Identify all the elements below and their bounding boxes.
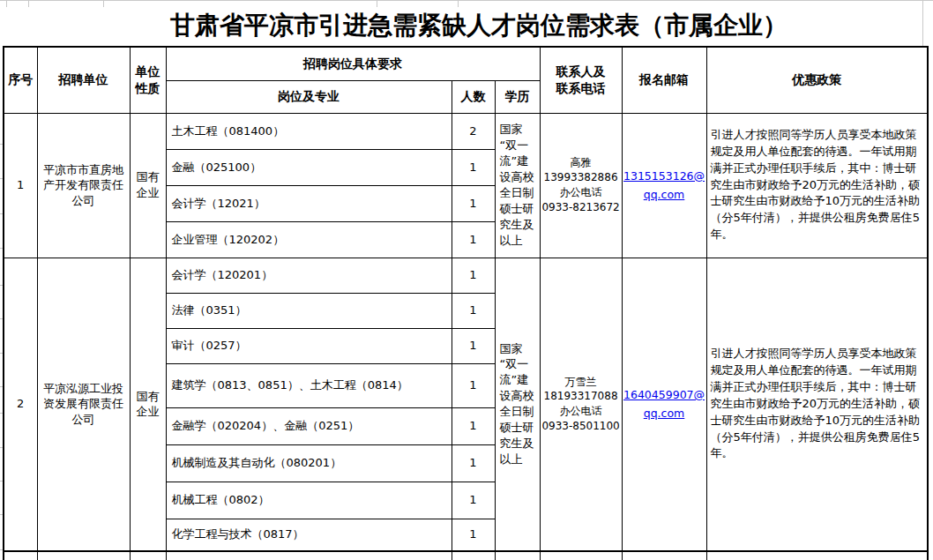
contact-name: 万雪兰 — [541, 375, 622, 390]
partial-row — [4, 551, 928, 560]
table-cell-empty — [495, 551, 540, 560]
col-header-unit: 招聘单位 — [37, 47, 130, 113]
degree-text: 国家“双一流”建设高校全日制硕士研究生及以上 — [500, 122, 535, 249]
sheet-gridline — [103, 0, 104, 7]
contact-office-phone: 0933-8213672 — [541, 200, 622, 215]
position-cell: 机械工程（0802） — [166, 482, 452, 519]
table-cell-empty — [4, 551, 37, 560]
position-row: 1 平凉市市直房地产开发有限责任公司 国有企业 土木工程（081400） 2 国… — [4, 113, 928, 149]
table-cell-empty — [130, 551, 166, 560]
headcount-cell: 1 — [452, 328, 495, 363]
position-cell: 会计学（12021） — [166, 185, 452, 221]
job-demand-table: 序号 招聘单位 单位性质 招聘岗位具体要求 联系人及联系电话 报名邮箱 优惠政策… — [3, 46, 929, 560]
policy-cell: 引进人才按照同等学历人员享受本地政策规定及用人单位配套的待遇。一年试用期满并正式… — [706, 113, 928, 258]
email-link[interactable]: 1640459907@qq.com — [623, 385, 705, 423]
col-header-contact-label: 联系人及联系电话 — [555, 63, 608, 97]
table-cell-empty — [706, 551, 928, 560]
sheet-gridline — [377, 0, 377, 7]
position-cell: 审计（0257） — [166, 328, 452, 363]
table-cell-empty — [37, 551, 130, 560]
headcount-cell: 1 — [452, 258, 495, 293]
col-header-policy: 优惠政策 — [706, 47, 928, 113]
headcount-cell: 1 — [452, 482, 495, 519]
headcount-cell: 1 — [452, 293, 495, 328]
contact-office-label: 办公电话 — [541, 185, 622, 200]
headcount-cell: 2 — [452, 113, 495, 149]
seq-cell: 1 — [4, 113, 37, 258]
sheet-gridline — [28, 0, 29, 7]
headcount-cell: 1 — [452, 363, 495, 407]
col-header-seq: 序号 — [4, 47, 37, 113]
sheet-gridline — [0, 0, 933, 1]
col-header-position: 岗位及专业 — [166, 80, 452, 113]
col-header-nature-label: 单位性质 — [135, 63, 161, 97]
contact-mobile: 18193317088 — [541, 389, 622, 404]
table-cell-empty — [622, 551, 706, 560]
unit-name: 平凉泓源工业投资发展有限责任公司 — [40, 381, 128, 428]
unit-cell: 平凉市市直房地产开发有限责任公司 — [37, 113, 130, 258]
degree-text: 国家“双一流”建设高校全日制硕士研究生及以上 — [500, 341, 535, 468]
headcount-cell: 1 — [452, 444, 495, 482]
headcount-cell: 1 — [452, 185, 495, 221]
header-row-1: 序号 招聘单位 单位性质 招聘岗位具体要求 联系人及联系电话 报名邮箱 优惠政策 — [4, 47, 928, 80]
contact-name: 高雅 — [541, 155, 622, 170]
col-header-nature: 单位性质 — [130, 47, 166, 113]
position-cell: 机械制造及其自动化（080201） — [166, 444, 452, 482]
headcount-cell: 1 — [452, 407, 495, 444]
degree-cell: 国家“双一流”建设高校全日制硕士研究生及以上 — [495, 113, 540, 258]
table-cell-empty — [166, 551, 452, 560]
headcount-cell: 1 — [452, 221, 495, 258]
col-header-requirements-group: 招聘岗位具体要求 — [166, 47, 540, 80]
position-cell: 法律（0351） — [166, 293, 452, 328]
sheet-gridline — [6, 0, 7, 7]
position-cell: 金融（025100） — [166, 149, 452, 185]
unit-cell: 平凉泓源工业投资发展有限责任公司 — [37, 258, 130, 551]
unit-name: 平凉市市直房地产开发有限责任公司 — [40, 162, 128, 209]
contact-office-label: 办公电话 — [541, 404, 622, 419]
headcount-cell: 1 — [452, 519, 495, 551]
col-header-contact: 联系人及联系电话 — [540, 47, 622, 113]
col-header-degree: 学历 — [495, 80, 540, 113]
email-cell: 1315153126@qq.com — [622, 113, 706, 258]
nature-cell: 国有企业 — [130, 113, 166, 258]
page-title: 甘肃省平凉市引进急需紧缺人才岗位需求表（市属企业） — [0, 7, 933, 46]
position-cell: 化学工程与技术（0817） — [166, 519, 452, 551]
position-cell: 土木工程（081400） — [166, 113, 452, 149]
position-cell: 企业管理（120202） — [166, 221, 452, 258]
contact-mobile: 13993382886 — [541, 170, 622, 185]
position-cell: 会计学（120201） — [166, 258, 452, 293]
contact-cell: 高雅 13993382886 办公电话 0933-8213672 — [540, 113, 622, 258]
col-header-email: 报名邮箱 — [622, 47, 706, 113]
nature-label: 国有企业 — [135, 389, 161, 420]
policy-cell: 引进人才按照同等学历人员享受本地政策规定及用人单位配套的待遇。一年试用期满并正式… — [706, 258, 928, 551]
position-cell: 建筑学（0813、0851）、土木工程（0814） — [166, 363, 452, 407]
email-link[interactable]: 1315153126@qq.com — [623, 167, 705, 205]
contact-cell: 万雪兰 18193317088 办公电话 0933-8501100 — [540, 258, 622, 551]
nature-label: 国有企业 — [135, 169, 161, 200]
position-row: 2 平凉泓源工业投资发展有限责任公司 国有企业 会计学（120201） 1 国家… — [4, 258, 928, 293]
contact-office-phone: 0933-8501100 — [541, 419, 622, 434]
position-cell: 金融学（020204）、金融（0251） — [166, 407, 452, 444]
table-cell-empty — [540, 551, 622, 560]
nature-cell: 国有企业 — [130, 258, 166, 551]
degree-cell: 国家“双一流”建设高校全日制硕士研究生及以上 — [495, 258, 540, 551]
table-cell-empty — [452, 551, 495, 560]
email-cell: 1640459907@qq.com — [622, 258, 706, 551]
sheet-gridline — [458, 0, 459, 7]
seq-cell: 2 — [4, 258, 37, 551]
col-header-headcount: 人数 — [452, 80, 495, 113]
headcount-cell: 1 — [452, 149, 495, 185]
